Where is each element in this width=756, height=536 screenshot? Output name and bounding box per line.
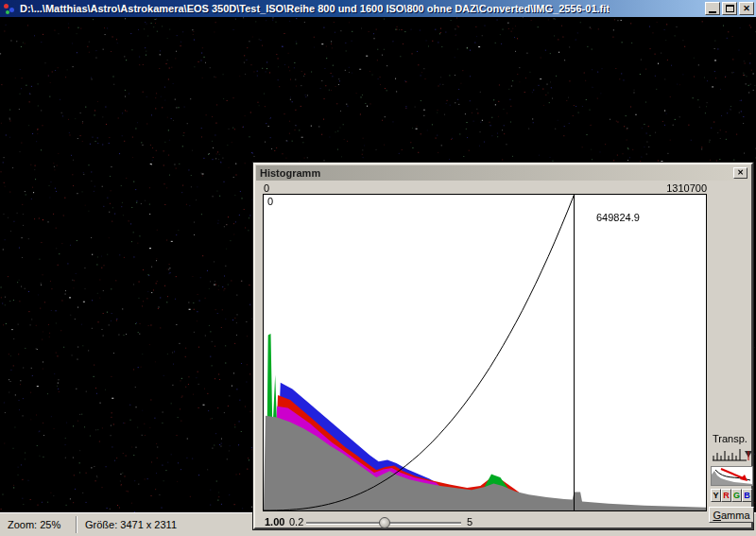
curve-stretch-widget[interactable] (711, 466, 753, 486)
transparency-ticks-icon (711, 447, 753, 463)
gamma-slider-max-label: 5 (467, 516, 472, 527)
histogram-title: Histogramm (260, 167, 320, 179)
status-zoom: Zoom: 25% (8, 519, 60, 530)
transparency-slider-widget[interactable] (711, 447, 753, 463)
histogram-plot[interactable]: 0 649824.9 (263, 194, 707, 511)
maximize-button[interactable] (722, 2, 737, 15)
app-window: D:\...\Matthias\Astro\Astrokamera\EOS 35… (0, 0, 756, 536)
channel-buttons: Y R G B (711, 489, 752, 502)
histogram-close-button[interactable]: ✕ (733, 167, 747, 179)
gamma-button[interactable]: Gamma (709, 507, 754, 523)
curve-stretch-icon (712, 467, 752, 485)
scale-min-label: 0 (264, 182, 269, 194)
close-button[interactable]: ✕ (739, 2, 754, 15)
gamma-button-label: Gamma (710, 510, 753, 521)
app-icon (3, 2, 16, 15)
status-separator (76, 516, 77, 533)
scale-max-label: 1310700 (631, 182, 707, 194)
gamma-value-label: 1.00 (265, 516, 284, 527)
histogram-titlebar[interactable]: Histogramm ✕ (256, 165, 750, 181)
gamma-slider-thumb[interactable] (379, 517, 390, 528)
window-title: D:\...\Matthias\Astro\Astrokamera\EOS 35… (20, 3, 610, 14)
channel-y-button[interactable]: Y (711, 489, 721, 502)
transparency-label: Transp. (713, 433, 747, 444)
gamma-slider-min-label: 0.2 (289, 516, 303, 527)
maximize-icon (726, 5, 734, 12)
minimize-icon (709, 11, 716, 13)
histogram-window: Histogramm ✕ 0 1310700 0 649824.9 1.00 0… (253, 163, 753, 529)
titlebar[interactable]: D:\...\Matthias\Astro\Astrokamera\EOS 35… (0, 0, 756, 17)
status-image-size: Größe: 3471 x 2311 (85, 519, 177, 530)
channel-r-button[interactable]: R (721, 489, 731, 502)
histogram-chart (264, 195, 706, 510)
plot-origin-label: 0 (267, 196, 273, 207)
marker-value-label: 649824.9 (596, 212, 640, 223)
minimize-button[interactable] (705, 2, 720, 15)
channel-g-button[interactable]: G (731, 489, 742, 502)
channel-b-button[interactable]: B (742, 489, 752, 502)
